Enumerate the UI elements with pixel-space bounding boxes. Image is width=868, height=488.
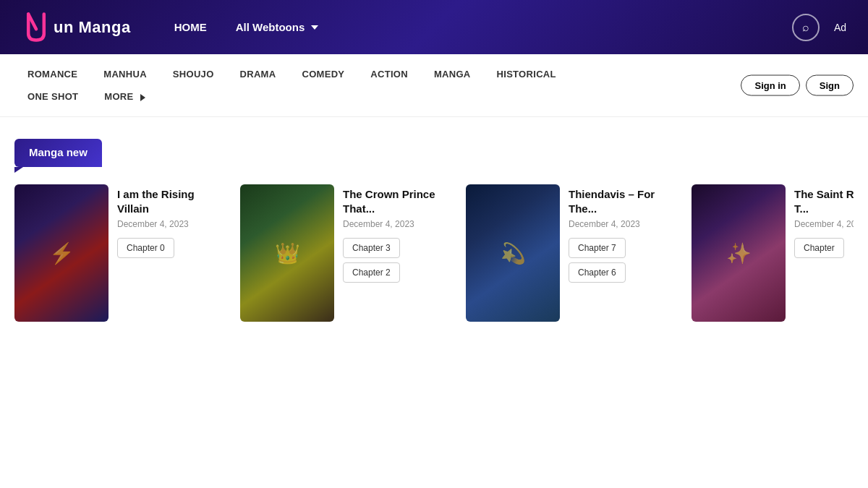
manga-info-3: Thiendavis – For The... December 4, 2023… <box>569 184 676 322</box>
manga-item-3: 💫 Thiendavis – For The... December 4, 20… <box>466 184 676 322</box>
nav-home[interactable]: HOME <box>174 21 207 33</box>
genre-row-1: ROMANCE MANHUA SHOUJO DRAMA COMEDY ACTIO… <box>14 54 854 85</box>
nav-webtoons[interactable]: All Webtoons <box>236 21 319 33</box>
manga-item-4: ✨ The Saint Returns T... December 4, 202… <box>692 184 854 322</box>
manga-item-2: 👑 The Crown Prince That... December 4, 2… <box>240 184 450 322</box>
header-right: ⌕ Ad <box>792 14 846 41</box>
manga-date-4: December 4, 2023 <box>794 219 854 229</box>
nav-webtoons-label: All Webtoons <box>236 21 305 33</box>
chapter-btn-6[interactable]: Chapter 6 <box>569 262 626 283</box>
signup-button[interactable]: Sign <box>806 75 854 96</box>
manga-title-1: I am the Rising Villain <box>117 187 224 215</box>
genre-comedy[interactable]: COMEDY <box>289 63 357 85</box>
manga-info-2: The Crown Prince That... December 4, 202… <box>343 184 450 322</box>
manga-cover-2[interactable]: 👑 <box>240 184 334 322</box>
manga-title-4: The Saint Returns T... <box>794 187 854 215</box>
genre-historical[interactable]: HISTORICAL <box>484 63 569 85</box>
main-nav: HOME All Webtoons <box>174 21 792 33</box>
cover-decoration-2: 👑 <box>240 184 334 322</box>
genre-bar: ROMANCE MANHUA SHOUJO DRAMA COMEDY ACTIO… <box>0 54 868 117</box>
genre-drama[interactable]: DRAMA <box>227 63 289 85</box>
chevron-down-icon <box>311 25 318 30</box>
genre-manga[interactable]: MANGA <box>421 63 484 85</box>
logo-icon <box>22 11 51 43</box>
manga-info-1: I am the Rising Villain December 4, 2023… <box>117 184 224 322</box>
section-badge: Manga new <box>14 139 102 167</box>
chapter-btn-2[interactable]: Chapter 2 <box>343 262 400 283</box>
chapter-btn-3[interactable]: Chapter 3 <box>343 238 400 258</box>
cover-decoration-1: ⚡ <box>14 184 109 322</box>
manga-list: ⚡ I am the Rising Villain December 4, 20… <box>14 184 854 322</box>
chapter-btn-latest[interactable]: Chapter <box>794 238 844 258</box>
genre-row-2: ONE SHOT MORE <box>14 85 158 116</box>
genre-more[interactable]: MORE <box>91 85 158 108</box>
cover-decoration-3: 💫 <box>466 184 560 322</box>
main-content: Manga new ⚡ I am the Rising Villain Dece… <box>0 117 868 343</box>
cover-decoration-4: ✨ <box>692 184 786 322</box>
logo[interactable]: un Manga <box>22 11 131 43</box>
chapter-btn-0[interactable]: Chapter 0 <box>117 238 174 258</box>
logo-text: un Manga <box>54 18 131 37</box>
genre-shoujo[interactable]: SHOUJO <box>160 63 227 85</box>
chapter-btn-7[interactable]: Chapter 7 <box>569 238 626 258</box>
manga-title-2: The Crown Prince That... <box>343 187 450 215</box>
genre-oneshot[interactable]: ONE SHOT <box>14 85 91 108</box>
manga-date-2: December 4, 2023 <box>343 219 450 229</box>
search-button[interactable]: ⌕ <box>792 14 820 41</box>
ad-label: Ad <box>834 22 846 33</box>
manga-title-3: Thiendavis – For The... <box>569 187 676 215</box>
auth-buttons: Sign in Sign <box>741 75 854 96</box>
manga-date-1: December 4, 2023 <box>117 219 224 229</box>
manga-cover-4[interactable]: ✨ <box>692 184 786 322</box>
arrow-right-icon <box>140 94 145 101</box>
manga-cover-3[interactable]: 💫 <box>466 184 560 322</box>
genre-action[interactable]: ACTION <box>357 63 421 85</box>
search-icon: ⌕ <box>802 21 809 34</box>
manga-cover-1[interactable]: ⚡ <box>14 184 109 322</box>
manga-date-3: December 4, 2023 <box>569 219 676 229</box>
genre-manhua[interactable]: MANHUA <box>90 63 160 85</box>
signin-button[interactable]: Sign in <box>741 75 799 96</box>
site-header: un Manga HOME All Webtoons ⌕ Ad <box>0 0 868 54</box>
manga-info-4: The Saint Returns T... December 4, 2023 … <box>794 184 854 322</box>
genre-romance[interactable]: ROMANCE <box>14 63 90 85</box>
manga-item: ⚡ I am the Rising Villain December 4, 20… <box>14 184 224 322</box>
